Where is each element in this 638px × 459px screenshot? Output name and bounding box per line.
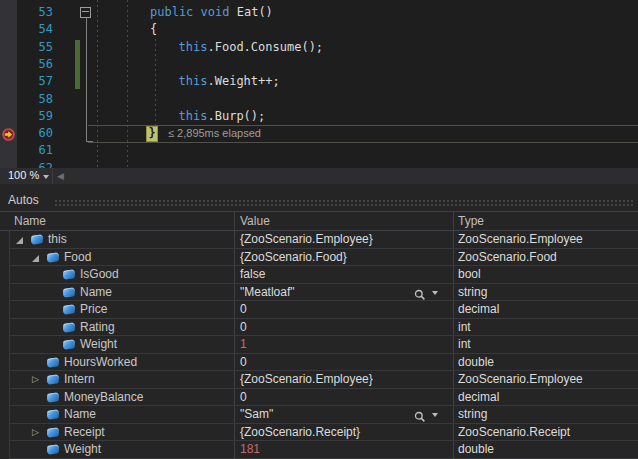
code-token: Eat() [237,5,273,19]
variable-name[interactable]: Food [64,249,91,267]
variable-type[interactable]: ZooScenario.Receipt [458,424,570,442]
variable-value[interactable]: 181 [240,441,260,459]
vs-debugger-window: 5253public void Eat()54{55this.Food.Cons… [0,0,638,459]
scroll-left-arrow-icon[interactable]: ◀ [57,169,64,183]
variable-value[interactable]: {ZooScenario.Food} [240,249,347,267]
code-token: this [179,74,208,88]
variable-value[interactable]: {ZooScenario.Employee} [240,231,373,249]
autos-row[interactable]: Weight181double [0,441,638,459]
autos-row[interactable]: Price0decimal [0,301,638,319]
field-icon [47,409,59,420]
code-editor[interactable]: 5253public void Eat()54{55this.Food.Cons… [0,0,638,168]
autos-row[interactable]: Name"Sam"string [0,406,638,424]
variable-name[interactable]: HoursWorked [64,354,137,372]
field-icon [47,427,59,438]
breakpoint-margin[interactable] [0,0,17,168]
variable-type[interactable]: ZooScenario.Food [458,249,557,267]
variable-name[interactable]: this [48,231,67,249]
column-header-name[interactable]: Name [14,212,46,230]
variable-name[interactable]: IsGood [80,266,119,284]
autos-row[interactable]: HoursWorked0double [0,354,638,372]
breakpoint-current-statement-icon[interactable] [2,127,15,140]
code-line[interactable]: this.Burp(); [179,108,266,125]
autos-row[interactable]: Food{ZooScenario.Food}ZooScenario.Food [0,249,638,267]
autos-row[interactable]: ▷Intern{ZooScenario.Employee}ZooScenario… [0,371,638,389]
variable-type[interactable]: ZooScenario.Employee [458,231,583,249]
code-token: .Weight++; [208,74,280,88]
variable-type[interactable]: string [458,406,487,424]
variable-name[interactable]: MoneyBalance [64,389,143,407]
column-header-value[interactable]: Value [240,212,270,230]
variable-name[interactable]: Name [64,406,96,424]
autos-row[interactable]: IsGoodfalsebool [0,266,638,284]
variable-value[interactable]: 0 [240,354,247,372]
code-line[interactable]: public void Eat() [150,4,273,21]
expander-collapsed-icon[interactable]: ▷ [32,426,39,439]
variable-name[interactable]: Price [80,301,107,319]
field-icon [63,269,75,280]
magnifier-dropdown-icon[interactable] [432,291,438,295]
variable-value[interactable]: 1 [240,336,247,354]
variable-value[interactable]: false [240,266,265,284]
variable-type[interactable]: decimal [458,301,499,319]
variable-name[interactable]: Intern [64,371,95,389]
autos-row[interactable]: Weight1int [0,336,638,354]
variable-type[interactable]: decimal [458,389,499,407]
variable-type[interactable]: bool [458,266,481,284]
zoom-level-select[interactable]: 100 % [0,168,52,184]
variable-value[interactable]: {ZooScenario.Employee} [240,371,373,389]
horizontal-scrollbar[interactable] [68,168,638,184]
variable-value[interactable]: {ZooScenario.Receipt} [240,424,360,442]
variable-type[interactable]: string [458,284,487,302]
code-token: this [179,109,208,123]
autos-panel-title-bar[interactable]: Autos [0,190,638,211]
autos-panel: Autos Name Value Type this{ZooScenario.E… [0,184,638,459]
field-icon [47,357,59,368]
indent-guide [155,39,156,126]
perf-tip[interactable]: ≤ 2,895ms elapsed [168,125,261,142]
variable-name[interactable]: Weight [80,336,117,354]
autos-row[interactable]: ▷Receipt{ZooScenario.Receipt}ZooScenario… [0,424,638,442]
editor-bottom-bar: 100 % ◀ [0,168,638,184]
code-token: public void [150,5,237,19]
code-line[interactable]: { [150,21,157,38]
variable-value[interactable]: 0 [240,389,247,407]
variable-name[interactable]: Name [80,284,112,302]
line-number: 58 [17,91,53,108]
autos-rows: this{ZooScenario.Employee}ZooScenario.Em… [0,231,638,459]
magnifier-icon[interactable] [414,287,426,299]
variable-name[interactable]: Rating [80,319,115,337]
code-line[interactable]: this.Food.Consume(); [179,39,324,56]
variable-type[interactable]: int [458,319,471,337]
title-grip-texture [54,199,635,207]
variable-value[interactable]: 0 [240,301,247,319]
line-number: 56 [17,56,53,73]
magnifier-icon[interactable] [414,409,426,421]
variable-type[interactable]: int [458,336,471,354]
variable-name[interactable]: Receipt [64,424,105,442]
magnifier-dropdown-icon[interactable] [432,413,438,417]
variable-type[interactable]: ZooScenario.Employee [458,371,583,389]
collapse-minus-box[interactable] [80,7,91,18]
field-icon [47,252,59,263]
variable-type[interactable]: double [458,354,494,372]
line-number: 54 [17,21,53,38]
current-brace-highlight: } [146,126,158,142]
code-line[interactable]: this.Weight++; [179,73,280,90]
variable-value[interactable]: "Meatloaf" [240,284,295,302]
autos-row[interactable]: MoneyBalance0decimal [0,389,638,407]
outline-region-line [86,18,87,141]
variable-value[interactable]: "Sam" [240,406,273,424]
variable-type[interactable]: double [458,441,494,459]
variable-value[interactable]: 0 [240,319,247,337]
autos-row[interactable]: Name"Meatloaf"string [0,284,638,302]
variable-name[interactable]: Weight [64,441,101,459]
autos-row[interactable]: this{ZooScenario.Employee}ZooScenario.Em… [0,231,638,249]
column-header-type[interactable]: Type [458,212,484,230]
autos-row[interactable]: Rating0int [0,319,638,337]
line-number: 57 [17,73,53,90]
line-number: 61 [17,142,53,159]
expander-collapsed-icon[interactable]: ▷ [32,373,39,386]
expander-expanded-icon[interactable] [32,255,39,262]
expander-expanded-icon[interactable] [16,237,23,244]
